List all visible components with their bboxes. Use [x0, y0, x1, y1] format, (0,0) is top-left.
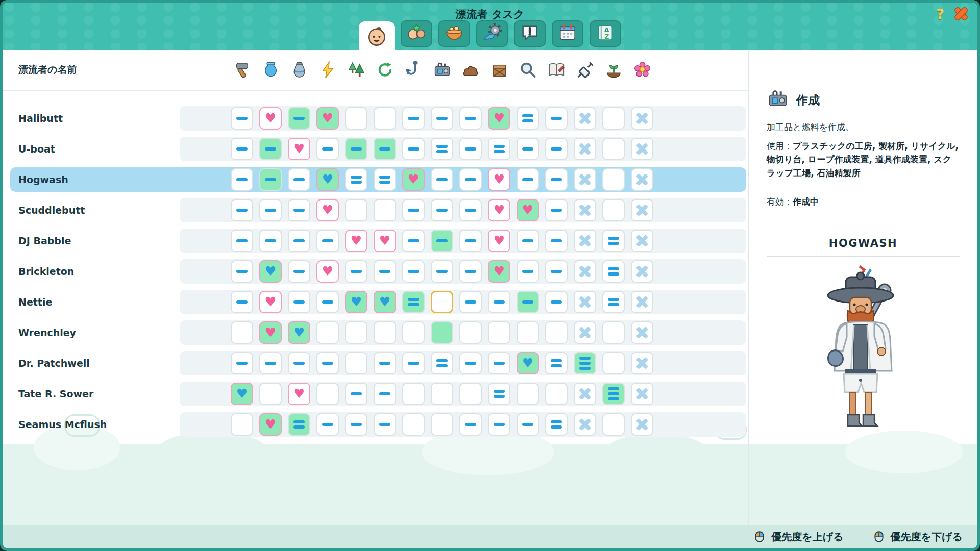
task-cell-build[interactable]: [231, 260, 253, 283]
task-cell-forestry[interactable]: [345, 352, 368, 374]
task-cell-cooking[interactable]: [288, 291, 310, 313]
task-cell-water[interactable]: ♥: [259, 260, 282, 283]
task-cell-water[interactable]: [259, 352, 282, 374]
task-cell-cooking[interactable]: [288, 260, 310, 283]
task-cell-farming[interactable]: [602, 230, 625, 252]
task-cell-build[interactable]: [231, 107, 253, 130]
tab-alerts[interactable]: [514, 20, 546, 47]
task-cell-waste[interactable]: [459, 413, 482, 436]
task-cell-hauling[interactable]: [488, 352, 510, 374]
task-cell-research[interactable]: [517, 260, 539, 283]
task-cell-teaching[interactable]: [545, 413, 568, 436]
task-cell-fishing[interactable]: [402, 138, 425, 160]
task-cell-cooking[interactable]: [288, 168, 310, 191]
task-cell-crafting[interactable]: [431, 383, 453, 405]
task-cell-teaching[interactable]: [545, 291, 568, 313]
task-cell-recycle[interactable]: [374, 138, 396, 160]
task-cell-forestry[interactable]: [345, 107, 368, 130]
task-cell-cooking[interactable]: [288, 352, 310, 374]
task-cell-fishing[interactable]: [402, 260, 425, 283]
task-cell-teaching[interactable]: [545, 352, 568, 374]
task-cell-research[interactable]: [517, 230, 539, 252]
task-cell-recycle[interactable]: [374, 260, 396, 283]
task-cell-forestry[interactable]: [345, 321, 368, 344]
task-cell-recycle[interactable]: ♥: [374, 291, 396, 313]
lower-priority-button[interactable]: 優先度を下げる: [872, 530, 963, 544]
task-cell-farming[interactable]: [602, 321, 625, 344]
task-cell-farming[interactable]: [602, 168, 625, 191]
task-cell-decoration[interactable]: [631, 260, 653, 283]
task-cell-water[interactable]: [259, 199, 282, 221]
task-cell-build[interactable]: ♥: [231, 383, 253, 405]
task-cell-research[interactable]: [517, 413, 539, 436]
task-cell-waste[interactable]: [459, 321, 482, 344]
task-cell-water[interactable]: [259, 230, 282, 252]
drifter-name[interactable]: Halibutt: [18, 106, 63, 131]
task-cell-fishing[interactable]: [402, 413, 425, 436]
drifter-name[interactable]: Hogwash: [18, 167, 68, 192]
task-cell-forestry[interactable]: [345, 383, 368, 405]
task-cell-waste[interactable]: [459, 260, 482, 283]
task-cell-recycle[interactable]: [374, 352, 396, 374]
task-cell-healing[interactable]: [574, 352, 596, 374]
task-cell-teaching[interactable]: [545, 138, 568, 160]
task-cell-farming[interactable]: [602, 352, 625, 374]
task-cell-build[interactable]: [231, 230, 253, 252]
raise-priority-button[interactable]: 優先度を上げる: [753, 530, 843, 544]
task-cell-healing[interactable]: [574, 260, 596, 283]
task-cell-crafting[interactable]: [431, 230, 453, 252]
task-cell-farming[interactable]: [602, 138, 625, 160]
task-cell-recycle[interactable]: ♥: [374, 230, 396, 252]
task-cell-decoration[interactable]: [631, 199, 653, 221]
task-cell-cooking[interactable]: [288, 413, 310, 436]
drifter-name[interactable]: Dr. Patchwell: [18, 351, 90, 375]
drifter-name[interactable]: Wrenchley: [18, 320, 76, 345]
drifter-name[interactable]: U-boat: [18, 137, 55, 161]
task-cell-waste[interactable]: [459, 168, 482, 191]
task-cell-water[interactable]: ♥: [259, 107, 282, 130]
task-cell-build[interactable]: [231, 291, 253, 313]
task-cell-crafting[interactable]: [431, 291, 453, 313]
task-cell-decoration[interactable]: [631, 168, 653, 191]
tab-encyclopedia[interactable]: AZ: [590, 20, 621, 47]
task-cell-recycle[interactable]: [374, 107, 396, 130]
task-cell-waste[interactable]: [459, 107, 482, 130]
drifter-name[interactable]: DJ Babble: [18, 229, 71, 253]
task-cell-research[interactable]: ♥: [517, 199, 539, 221]
task-cell-build[interactable]: [231, 321, 253, 344]
task-cell-teaching[interactable]: [545, 383, 568, 405]
help-button[interactable]: ?: [936, 7, 944, 21]
task-cell-farming[interactable]: [602, 383, 625, 405]
task-cell-fishing[interactable]: [402, 383, 425, 405]
task-cell-decoration[interactable]: [631, 321, 653, 344]
task-cell-healing[interactable]: [574, 199, 596, 221]
task-cell-energy[interactable]: [316, 230, 339, 252]
task-cell-hauling[interactable]: ♥: [488, 260, 510, 283]
task-cell-energy[interactable]: [316, 321, 339, 344]
task-cell-cooking[interactable]: [288, 230, 310, 252]
task-cell-crafting[interactable]: [431, 168, 453, 191]
task-cell-hauling[interactable]: [488, 321, 510, 344]
task-cell-healing[interactable]: [574, 230, 596, 252]
task-cell-recycle[interactable]: [374, 383, 396, 405]
task-cell-forestry[interactable]: [345, 168, 368, 191]
task-cell-research[interactable]: [517, 138, 539, 160]
task-cell-farming[interactable]: [602, 107, 625, 130]
task-cell-fishing[interactable]: [402, 199, 425, 221]
task-cell-healing[interactable]: [574, 321, 596, 344]
task-cell-decoration[interactable]: [631, 107, 653, 130]
task-cell-hauling[interactable]: ♥: [488, 199, 510, 221]
task-cell-crafting[interactable]: [431, 413, 453, 436]
task-cell-research[interactable]: ♥: [517, 352, 539, 374]
task-cell-forestry[interactable]: ♥: [345, 291, 368, 313]
drifter-name[interactable]: Brickleton: [18, 259, 74, 284]
task-cell-hauling[interactable]: [488, 413, 510, 436]
task-cell-teaching[interactable]: [545, 321, 568, 344]
task-cell-crafting[interactable]: [431, 138, 453, 160]
task-cell-crafting[interactable]: [431, 260, 453, 283]
tab-relationships[interactable]: [401, 20, 432, 47]
task-cell-hauling[interactable]: ♥: [488, 107, 510, 130]
task-cell-energy[interactable]: [316, 138, 339, 160]
task-cell-research[interactable]: [517, 383, 539, 405]
task-cell-farming[interactable]: [602, 413, 625, 436]
